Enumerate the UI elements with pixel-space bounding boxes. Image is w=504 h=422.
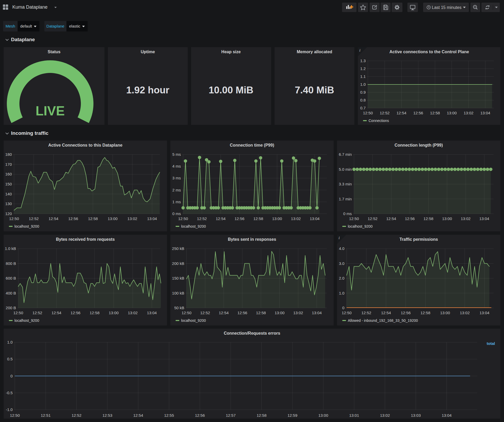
svg-text:13:02: 13:02	[127, 216, 137, 221]
svg-text:12:54: 12:54	[219, 311, 229, 315]
svg-text:0.5: 0.5	[7, 357, 13, 361]
svg-text:13:02: 13:02	[460, 311, 470, 315]
svg-text:13:04: 13:04	[147, 311, 157, 315]
svg-text:13:02: 13:02	[464, 111, 474, 115]
svg-text:Allowed - inbound_192_168_33_5: Allowed - inbound_192_168_33_50_19200	[348, 318, 418, 323]
svg-text:Bytes sent in responses: Bytes sent in responses	[228, 237, 276, 242]
svg-text:1.92 hour: 1.92 hour	[126, 85, 170, 95]
svg-text:Bytes received from requests: Bytes received from requests	[56, 237, 115, 242]
svg-text:100 kB: 100 kB	[172, 291, 184, 295]
svg-text:1.3: 1.3	[360, 58, 366, 63]
svg-text:400 B: 400 B	[6, 291, 16, 295]
svg-text:0: 0	[10, 374, 13, 378]
svg-text:1.0 kB: 1.0 kB	[5, 246, 16, 251]
svg-text:12:54: 12:54	[397, 111, 407, 115]
svg-text:13:00: 13:00	[108, 216, 118, 221]
svg-text:0 ms: 0 ms	[172, 211, 181, 216]
svg-text:1.0: 1.0	[7, 340, 13, 344]
svg-text:12:56: 12:56	[401, 311, 411, 315]
svg-text:800 B: 800 B	[6, 261, 16, 266]
svg-text:12:58: 12:58	[423, 216, 433, 221]
svg-text:12:52: 12:52	[200, 311, 210, 315]
svg-text:600 B: 600 B	[6, 276, 16, 280]
svg-text:12:54: 12:54	[49, 216, 59, 221]
svg-text:Uptime: Uptime	[141, 50, 155, 54]
svg-text:13:04: 13:04	[312, 311, 322, 315]
svg-text:12:50: 12:50	[10, 413, 20, 418]
svg-text:12:58: 12:58	[430, 111, 440, 115]
svg-text:Connections: Connections	[369, 119, 389, 123]
svg-text:12:51: 12:51	[41, 413, 51, 418]
svg-text:250 kB: 250 kB	[172, 246, 184, 251]
svg-text:0.9: 0.9	[360, 90, 366, 94]
svg-text:13:00: 13:00	[272, 216, 282, 221]
svg-text:12:50: 12:50	[342, 311, 352, 315]
svg-text:12:57: 12:57	[226, 413, 236, 418]
svg-text:13:04: 13:04	[442, 413, 452, 418]
svg-text:12:52: 12:52	[29, 216, 39, 221]
svg-text:12:52: 12:52	[72, 413, 82, 418]
svg-text:13:04: 13:04	[479, 216, 489, 221]
svg-text:150 kB: 150 kB	[172, 276, 184, 280]
svg-text:localhost_9200: localhost_9200	[181, 224, 206, 228]
svg-text:4 ms: 4 ms	[172, 164, 181, 168]
svg-text:10.00 MiB: 10.00 MiB	[209, 85, 254, 95]
svg-text:i: i	[359, 49, 360, 52]
svg-text:0.7: 0.7	[360, 106, 366, 110]
svg-text:12:56: 12:56	[405, 216, 415, 221]
svg-text:200 kB: 200 kB	[172, 261, 184, 266]
svg-text:12:58: 12:58	[421, 311, 430, 315]
svg-text:localhost_9200: localhost_9200	[14, 224, 39, 228]
svg-text:1.0: 1.0	[360, 82, 366, 87]
svg-text:50 kB: 50 kB	[174, 306, 184, 310]
svg-text:3.3 min: 3.3 min	[339, 182, 352, 186]
svg-text:12:50: 12:50	[363, 111, 373, 115]
svg-text:0: 0	[342, 306, 344, 310]
svg-text:Active connections to the Cont: Active connections to the Control Plane	[389, 50, 469, 54]
svg-text:12:55: 12:55	[164, 413, 174, 418]
svg-text:13:02: 13:02	[128, 311, 138, 315]
svg-text:LIVE: LIVE	[35, 104, 65, 118]
svg-text:12:58: 12:58	[88, 216, 98, 221]
svg-text:localhost_9200: localhost_9200	[14, 318, 39, 323]
svg-text:-0.5: -0.5	[6, 391, 13, 395]
svg-text:12:56: 12:56	[237, 311, 247, 315]
svg-text:13:03: 13:03	[411, 413, 421, 418]
svg-text:12:58: 12:58	[257, 413, 267, 418]
svg-text:7.40 MiB: 7.40 MiB	[295, 85, 334, 95]
svg-text:1.1: 1.1	[360, 74, 366, 79]
svg-text:12:50: 12:50	[13, 311, 23, 315]
svg-text:2 ms: 2 ms	[172, 188, 181, 192]
svg-text:2.0: 2.0	[339, 276, 344, 280]
svg-text:-1.0: -1.0	[6, 407, 13, 412]
svg-text:Connection/Requests errors: Connection/Requests errors	[224, 331, 280, 335]
svg-text:12:56: 12:56	[413, 111, 423, 115]
svg-text:1.2: 1.2	[360, 66, 366, 71]
svg-text:13:04: 13:04	[480, 111, 490, 115]
svg-text:1.0: 1.0	[339, 291, 344, 295]
svg-text:localhost_9200: localhost_9200	[348, 224, 372, 228]
svg-text:12:52: 12:52	[368, 216, 378, 221]
svg-text:130: 130	[5, 201, 12, 206]
svg-text:13:00: 13:00	[440, 311, 450, 315]
svg-text:3 ms: 3 ms	[172, 176, 181, 180]
svg-text:13:02: 13:02	[461, 216, 471, 221]
svg-text:Status: Status	[48, 50, 61, 54]
svg-text:5 ms: 5 ms	[172, 152, 181, 157]
svg-text:1.7 min: 1.7 min	[339, 197, 352, 201]
svg-text:13:04: 13:04	[310, 216, 320, 221]
svg-text:localhost_9200: localhost_9200	[181, 318, 206, 323]
svg-text:total: total	[487, 341, 495, 346]
svg-text:1 ms: 1 ms	[172, 200, 181, 204]
svg-text:Connection length (P99): Connection length (P99)	[395, 143, 443, 147]
svg-text:120: 120	[5, 211, 12, 216]
svg-text:Active Connections to this Dat: Active Connections to this Dataplane	[48, 143, 123, 147]
svg-text:12:56: 12:56	[195, 413, 205, 418]
svg-text:Traffic permissions: Traffic permissions	[400, 237, 438, 242]
svg-text:13:00: 13:00	[447, 111, 457, 115]
svg-text:180: 180	[5, 152, 12, 157]
svg-text:13:00: 13:00	[109, 311, 119, 315]
svg-text:Kuma Dataplane: Kuma Dataplane	[12, 4, 48, 10]
svg-text:13:02: 13:02	[291, 216, 301, 221]
svg-text:12:52: 12:52	[197, 216, 207, 221]
